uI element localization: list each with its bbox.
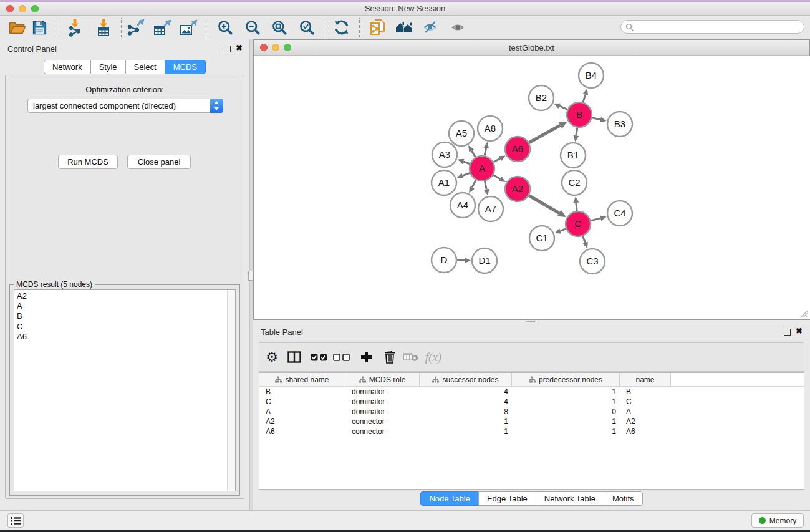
delete-button[interactable] — [378, 343, 401, 371]
refresh-view-button[interactable] — [331, 17, 352, 38]
table-cell[interactable]: A6 — [259, 427, 345, 436]
column-header-successor-nodes[interactable]: successor nodes — [420, 373, 512, 386]
column-header-shared-name[interactable]: shared name — [259, 373, 345, 386]
edge-C-C3[interactable] — [582, 236, 587, 249]
float-panel-icon[interactable] — [224, 46, 231, 52]
table-cell[interactable]: 4 — [420, 387, 512, 396]
table-cell[interactable]: 1 — [420, 417, 512, 426]
edge-A2-C[interactable] — [529, 195, 566, 217]
edge-A-A7[interactable] — [484, 181, 489, 196]
scrollbar[interactable] — [227, 290, 235, 491]
table-cell[interactable]: A — [620, 407, 671, 416]
edge-D-D1[interactable] — [457, 258, 471, 263]
split-panel-button[interactable] — [283, 343, 306, 371]
table-cell[interactable]: dominator — [345, 397, 420, 406]
delete-table-button[interactable] — [400, 343, 422, 371]
select-all-button[interactable] — [307, 343, 330, 371]
table-cell[interactable]: A — [259, 407, 345, 416]
edge-A-A5[interactable] — [468, 145, 475, 157]
node-A8[interactable]: A8 — [478, 116, 503, 141]
network-window-titlebar[interactable]: testGlobe.txt — [254, 40, 809, 56]
import-table-button[interactable] — [93, 17, 114, 38]
tab-node-table[interactable]: Node Table — [420, 491, 479, 506]
column-header-predecessor-nodes[interactable]: predecessor nodes — [512, 373, 620, 386]
table-cell[interactable]: 4 — [420, 397, 512, 406]
node-C[interactable]: C — [566, 211, 591, 236]
close-panel-button[interactable]: Close panel — [127, 155, 191, 169]
open-session-button[interactable] — [7, 17, 28, 38]
table-cell[interactable]: 1 — [512, 397, 620, 406]
home-button[interactable] — [393, 17, 415, 38]
maximize-window-button[interactable] — [31, 5, 39, 12]
node-A[interactable]: A — [470, 156, 494, 181]
table-cell[interactable]: C — [259, 397, 345, 406]
close-network-button[interactable] — [260, 44, 268, 51]
node-A7[interactable]: A7 — [478, 196, 503, 221]
edge-A-A1[interactable] — [457, 173, 470, 178]
table-cell[interactable]: connector — [345, 427, 420, 436]
node-A2[interactable]: A2 — [505, 177, 530, 201]
node-A5[interactable]: A5 — [449, 121, 474, 146]
maximize-network-button[interactable] — [284, 44, 291, 51]
close-panel-icon[interactable]: ✖ — [236, 43, 243, 52]
close-table-panel-icon[interactable]: ✖ — [796, 326, 803, 336]
table-cell[interactable]: 8 — [420, 407, 512, 416]
node-D1[interactable]: D1 — [472, 248, 497, 273]
node-D[interactable]: D — [432, 248, 456, 273]
search-input[interactable] — [636, 21, 802, 34]
node-B4[interactable]: B4 — [579, 63, 604, 88]
node-B2[interactable]: B2 — [529, 85, 554, 110]
node-C4[interactable]: C4 — [607, 201, 632, 226]
table-cell[interactable]: 1 — [420, 427, 512, 436]
tab-network-table[interactable]: Network Table — [536, 491, 604, 506]
edge-B-B4[interactable] — [582, 89, 588, 102]
network-canvas[interactable]: B4B2BB3A5A8A6B1A3AC2A1A2A4A7C4CC1C3DD1 — [254, 56, 810, 319]
edge-B-B1[interactable] — [573, 128, 579, 142]
table-settings-button[interactable]: ⚙ — [261, 343, 283, 371]
new-network-from-selection-button[interactable] — [367, 17, 388, 38]
edge-A-A8[interactable] — [483, 142, 489, 156]
node-A4[interactable]: A4 — [450, 193, 475, 218]
table-row[interactable]: Cdominator41C — [259, 397, 804, 407]
table-cell[interactable]: 1 — [512, 417, 620, 426]
table-cell[interactable]: 1 — [512, 427, 620, 436]
table-cell[interactable]: connector — [345, 417, 420, 426]
export-table-button[interactable] — [152, 17, 173, 38]
criterion-select[interactable]: largest connected component (directed) — [27, 99, 223, 113]
table-row[interactable]: Adominator80A — [259, 407, 804, 417]
table-cell[interactable]: A6 — [620, 427, 671, 436]
node-B[interactable]: B — [567, 102, 592, 127]
node-A1[interactable]: A1 — [432, 170, 456, 195]
show-graphics-details-button[interactable] — [448, 17, 469, 38]
tab-motifs[interactable]: Motifs — [604, 491, 643, 506]
edge-C-C4[interactable] — [591, 216, 606, 221]
deselect-all-button[interactable] — [330, 343, 352, 371]
edge-A6-B[interactable] — [529, 122, 567, 143]
table-cell[interactable]: 0 — [512, 407, 620, 416]
add-button[interactable] — [355, 343, 377, 371]
node-B3[interactable]: B3 — [607, 112, 632, 137]
save-session-button[interactable] — [29, 17, 50, 38]
tab-edge-table[interactable]: Edge Table — [478, 491, 536, 506]
table-cell[interactable]: dominator — [345, 407, 420, 416]
mcds-result-item[interactable]: A2 — [14, 291, 235, 301]
table-cell[interactable]: B — [259, 387, 345, 396]
edge-A-A6[interactable] — [493, 156, 505, 162]
zoom-out-button[interactable] — [242, 17, 263, 38]
mcds-result-item[interactable]: A6 — [14, 332, 235, 342]
zoom-selected-button[interactable] — [296, 17, 317, 38]
tab-network[interactable]: Network — [44, 60, 91, 74]
node-C2[interactable]: C2 — [562, 170, 587, 195]
edge-A-A3[interactable] — [458, 159, 470, 164]
mcds-result-item[interactable]: A — [14, 301, 235, 311]
table-row[interactable]: Bdominator41B — [259, 387, 804, 397]
close-window-button[interactable] — [6, 5, 14, 12]
node-C3[interactable]: C3 — [580, 249, 605, 274]
function-builder-button[interactable]: f(x) — [422, 343, 445, 371]
table-row[interactable]: A2connector11A2 — [259, 417, 804, 427]
table-cell[interactable]: B — [620, 387, 671, 396]
export-network-button[interactable] — [125, 17, 147, 38]
node-table[interactable]: shared nameMCDS rolesuccessor nodesprede… — [259, 372, 804, 490]
task-history-button[interactable] — [7, 513, 24, 528]
table-cell[interactable]: dominator — [345, 387, 420, 396]
